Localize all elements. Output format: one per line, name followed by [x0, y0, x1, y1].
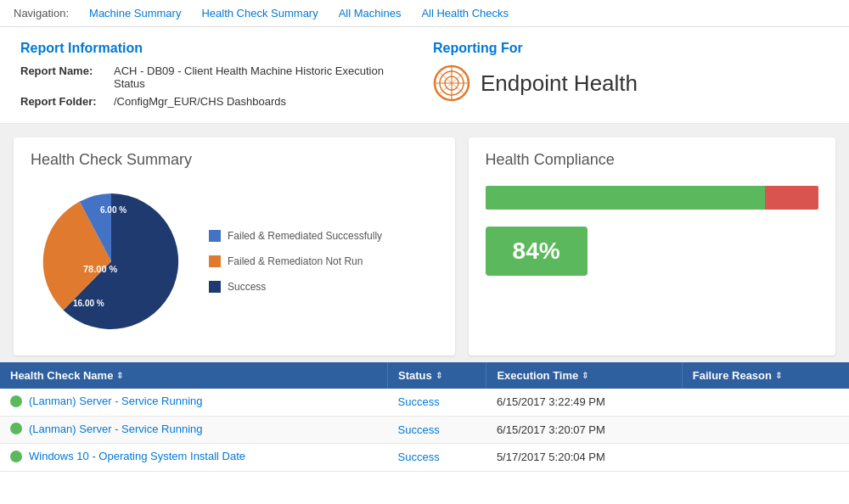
status-dot-2 — [10, 451, 22, 462]
report-info-heading: Report Information — [20, 41, 416, 56]
cell-execution-1: 6/15/2017 3:20:07 PM — [486, 416, 682, 444]
cell-status-2: Success — [388, 444, 486, 472]
nav-label: Navigation: — [14, 7, 69, 20]
pie-svg: 78.00 % 16.00 % 6.00 % — [31, 181, 192, 342]
legend-item-remediated: Failed & Remediated Successfully — [209, 230, 382, 242]
bar-green — [486, 186, 766, 210]
table-row: (Lanman) Server - Service Running Succes… — [0, 416, 849, 444]
chart-area: 78.00 % 16.00 % 6.00 % Failed & Remediat… — [31, 181, 438, 342]
col-status[interactable]: Status ⇕ — [388, 362, 486, 389]
pie-chart: 78.00 % 16.00 % 6.00 % — [31, 181, 192, 342]
cell-status-1: Success — [388, 416, 486, 444]
compliance-heading: Health Compliance — [486, 151, 818, 169]
nav-all-health-checks[interactable]: All Health Checks — [421, 7, 509, 20]
nav-health-check-summary[interactable]: Health Check Summary — [201, 7, 318, 20]
compliance-bar — [486, 186, 818, 210]
health-check-link-1[interactable]: (Lanman) Server - Service Running — [29, 423, 202, 435]
compliance-percent-box: 84% — [486, 227, 588, 276]
legend-label-not-run: Failed & Remediaton Not Run — [228, 255, 363, 267]
cell-failure-2 — [682, 444, 849, 472]
table-header: Health Check Name ⇕ Status ⇕ Execution T… — [0, 362, 849, 389]
cell-name-1: (Lanman) Server - Service Running — [0, 416, 388, 444]
report-folder-value: /ConfigMgr_EUR/CHS Dashboards — [114, 95, 286, 108]
report-folder-row: Report Folder: /ConfigMgr_EUR/CHS Dashbo… — [20, 95, 416, 108]
svg-text:6.00 %: 6.00 % — [100, 205, 127, 215]
status-dot-0 — [10, 395, 22, 407]
endpoint-health-icon — [433, 64, 470, 102]
col-health-check-name[interactable]: Health Check Name ⇕ — [0, 362, 388, 389]
health-check-summary-card: Health Check Summary — [14, 137, 455, 356]
cell-status-0: Success — [388, 389, 486, 416]
nav-machine-summary[interactable]: Machine Summary — [89, 7, 181, 20]
nav-all-machines[interactable]: All Machines — [339, 7, 402, 20]
endpoint-health-text: Endpoint Health — [481, 70, 638, 97]
cell-execution-2: 5/17/2017 5:20:04 PM — [486, 444, 682, 472]
status-link-0[interactable]: Success — [398, 395, 440, 408]
cell-name-0: (Lanman) Server - Service Running — [0, 389, 388, 416]
results-table: Health Check Name ⇕ Status ⇕ Execution T… — [0, 362, 849, 472]
legend-item-not-run: Failed & Remediaton Not Run — [209, 255, 382, 267]
legend-color-success — [209, 281, 221, 293]
col-execution-time[interactable]: Execution Time ⇕ — [486, 362, 682, 389]
navigation-bar: Navigation: Machine Summary Health Check… — [0, 0, 849, 27]
health-check-link-2[interactable]: Windows 10 - Operating System Install Da… — [29, 450, 245, 462]
report-name-value: ACH - DB09 - Client Health Machine Histo… — [114, 64, 416, 90]
reporting-for-panel: Reporting For Endpoint Health — [416, 41, 829, 113]
cell-execution-0: 6/15/2017 3:22:49 PM — [486, 389, 682, 416]
svg-text:78.00 %: 78.00 % — [83, 264, 118, 274]
health-compliance-card: Health Compliance 84% — [469, 137, 835, 356]
legend-label-remediated: Failed & Remediated Successfully — [228, 230, 382, 242]
sort-icon-failure: ⇕ — [775, 371, 782, 380]
status-dot-1 — [10, 423, 22, 434]
cell-failure-1 — [682, 416, 849, 444]
table-row: (Lanman) Server - Service Running Succes… — [0, 389, 849, 416]
sort-icon-execution: ⇕ — [582, 371, 588, 380]
legend-label-success: Success — [228, 281, 266, 293]
report-name-row: Report Name: ACH - DB09 - Client Health … — [20, 64, 416, 90]
table-body: (Lanman) Server - Service Running Succes… — [0, 389, 849, 471]
col-failure-reason[interactable]: Failure Reason ⇕ — [682, 362, 849, 389]
reporting-for-heading: Reporting For — [433, 41, 829, 56]
table-section: Health Check Name ⇕ Status ⇕ Execution T… — [0, 362, 849, 472]
summary-card-heading: Health Check Summary — [31, 151, 438, 169]
legend-item-success: Success — [209, 281, 382, 293]
svg-text:16.00 %: 16.00 % — [73, 299, 104, 308]
status-link-2[interactable]: Success — [398, 451, 440, 463]
sort-icon-name: ⇕ — [116, 371, 123, 380]
health-check-link-0[interactable]: (Lanman) Server - Service Running — [29, 395, 202, 407]
bar-red — [765, 186, 818, 210]
cell-name-2: Windows 10 - Operating System Install Da… — [0, 444, 388, 472]
endpoint-health-logo: Endpoint Health — [433, 64, 829, 102]
main-content: Health Check Summary — [0, 124, 849, 362]
report-name-label: Report Name: — [20, 64, 114, 90]
info-section: Report Information Report Name: ACH - DB… — [0, 27, 849, 124]
report-info-panel: Report Information Report Name: ACH - DB… — [20, 41, 416, 113]
legend-color-not-run — [209, 255, 221, 267]
report-folder-label: Report Folder: — [20, 95, 114, 108]
table-row: Windows 10 - Operating System Install Da… — [0, 444, 849, 472]
status-link-1[interactable]: Success — [398, 423, 440, 436]
sort-icon-status: ⇕ — [436, 371, 442, 380]
cell-failure-0 — [682, 389, 849, 416]
legend-color-remediated — [209, 230, 221, 242]
chart-legend: Failed & Remediated Successfully Failed … — [209, 230, 382, 293]
